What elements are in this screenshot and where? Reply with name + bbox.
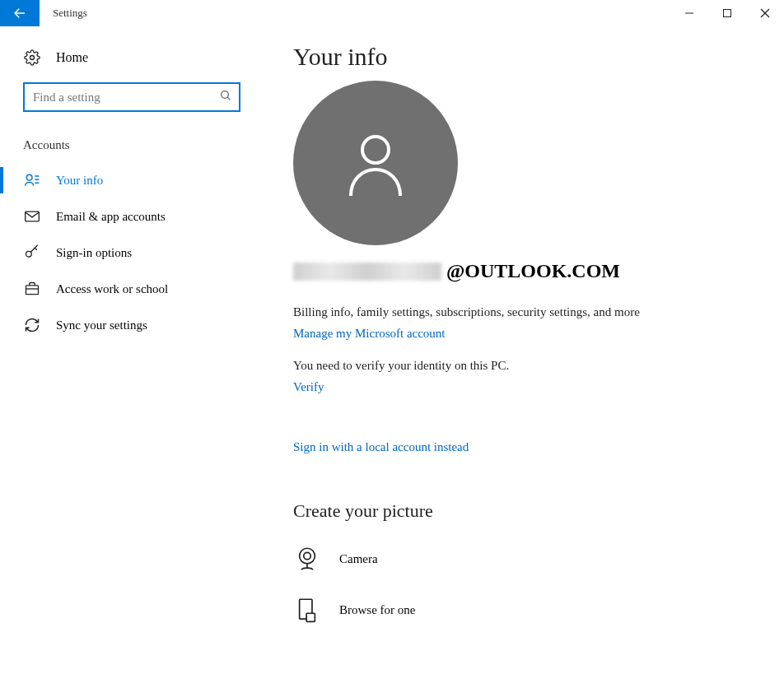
nav-label: Sign-in options xyxy=(56,246,132,260)
nav-item-your-info[interactable]: Your info xyxy=(0,162,264,198)
svg-rect-23 xyxy=(306,613,315,621)
browse-icon xyxy=(293,596,339,624)
svg-rect-12 xyxy=(26,211,40,221)
window-title: Settings xyxy=(40,0,100,26)
avatar xyxy=(293,81,458,245)
svg-line-14 xyxy=(30,245,37,252)
svg-point-13 xyxy=(26,251,32,257)
close-button[interactable] xyxy=(746,0,784,26)
back-button[interactable] xyxy=(0,0,40,26)
sidebar: Home Accounts Your info xyxy=(0,26,264,635)
nav-item-email-accounts[interactable]: Email & app accounts xyxy=(0,198,264,235)
redacted-email-user xyxy=(293,263,441,281)
window-controls xyxy=(670,0,784,26)
local-signin-link[interactable]: Sign in with a local account instead xyxy=(293,440,469,454)
picture-option-label: Camera xyxy=(339,552,378,566)
nav-label: Access work or school xyxy=(56,282,168,296)
account-email: @OUTLOOK.COM xyxy=(293,260,751,282)
camera-icon xyxy=(293,545,339,573)
nav-item-signin-options[interactable]: Sign-in options xyxy=(0,235,264,271)
svg-line-15 xyxy=(35,248,37,250)
create-picture-title: Create your picture xyxy=(293,500,751,522)
picture-option-camera[interactable]: Camera xyxy=(293,533,751,584)
main-content: Your info @OUTLOOK.COM Billing info, fam… xyxy=(264,26,784,635)
svg-point-18 xyxy=(362,137,389,163)
gear-icon xyxy=(23,49,41,66)
mail-icon xyxy=(23,208,41,225)
billing-description: Billing info, family settings, subscript… xyxy=(293,304,656,321)
titlebar: Settings xyxy=(0,0,784,26)
nav-label: Sync your settings xyxy=(56,318,147,332)
nav-item-access-work-school[interactable]: Access work or school xyxy=(0,271,264,307)
picture-option-label: Browse for one xyxy=(339,603,415,617)
search-box[interactable] xyxy=(23,82,240,112)
home-label: Home xyxy=(56,50,88,65)
svg-rect-2 xyxy=(724,10,731,17)
svg-point-20 xyxy=(304,552,311,560)
nav-label: Your info xyxy=(56,174,103,188)
person-icon xyxy=(334,122,417,204)
svg-point-5 xyxy=(30,56,35,60)
sync-icon xyxy=(23,317,41,333)
maximize-button[interactable] xyxy=(708,0,746,26)
email-domain: @OUTLOOK.COM xyxy=(446,260,620,282)
svg-rect-16 xyxy=(26,286,39,295)
svg-point-6 xyxy=(222,91,229,99)
svg-point-8 xyxy=(26,174,32,180)
nav-label: Email & app accounts xyxy=(56,210,166,224)
page-title: Your info xyxy=(293,43,751,71)
manage-account-link[interactable]: Manage my Microsoft account xyxy=(293,327,446,341)
settings-window: Settings Home xyxy=(0,0,784,635)
verify-link[interactable]: Verify xyxy=(293,380,324,394)
category-label: Accounts xyxy=(0,132,264,162)
search-input[interactable] xyxy=(31,90,219,105)
search-icon xyxy=(219,89,232,105)
briefcase-icon xyxy=(23,281,41,297)
minimize-button[interactable] xyxy=(670,0,708,26)
picture-option-browse[interactable]: Browse for one xyxy=(293,584,751,635)
key-icon xyxy=(23,244,41,261)
svg-point-19 xyxy=(300,548,315,564)
person-card-icon xyxy=(23,172,41,188)
nav-item-sync-settings[interactable]: Sync your settings xyxy=(0,307,264,343)
verify-description: You need to verify your identity on this… xyxy=(293,357,656,374)
home-nav-item[interactable]: Home xyxy=(0,49,264,82)
svg-line-7 xyxy=(227,97,230,100)
